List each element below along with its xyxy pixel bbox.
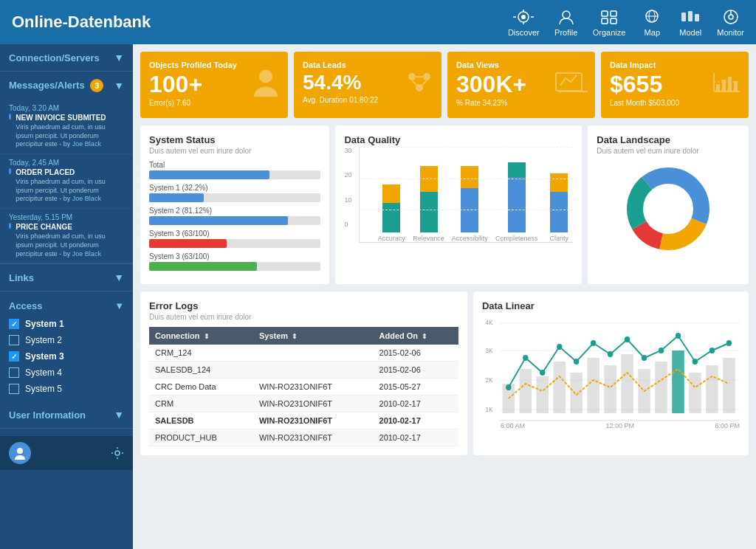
col-header-added-on[interactable]: Added On ⇕ <box>374 327 458 345</box>
sidebar: Connection/Servers ▼ Messages/Alerts 3 ▼… <box>0 44 133 549</box>
svg-rect-61 <box>672 351 684 413</box>
bar-label: Relevance <box>413 235 444 242</box>
settings-icon[interactable] <box>111 446 124 460</box>
nav-monitor[interactable]: Monitor <box>717 8 744 37</box>
kpi-data-leads: Data Leads 54.4% Avg. Duration 01:80:22 <box>294 52 441 118</box>
svg-rect-9 <box>602 18 608 24</box>
y-label: 20 <box>344 171 351 179</box>
svg-text:4K: 4K <box>485 319 492 326</box>
checkbox-system5[interactable] <box>9 384 19 394</box>
progress-label: System 2 (81.12%) <box>149 207 320 215</box>
access-item-system5[interactable]: System 5 <box>0 381 133 397</box>
cell-system <box>253 362 374 379</box>
svg-rect-37 <box>734 81 738 92</box>
checkbox-system4[interactable] <box>9 367 19 378</box>
grid-line <box>360 179 573 179</box>
main-layout: Connection/Servers ▼ Messages/Alerts 3 ▼… <box>0 44 756 549</box>
progress-bar-bg <box>149 193 320 202</box>
svg-rect-15 <box>688 11 693 21</box>
kpi-objects-profiled: Objects Profiled Today 100+ Error(s) 7.6… <box>140 52 288 118</box>
cell-system <box>253 345 374 362</box>
access-item-system3[interactable]: System 3 <box>0 348 133 365</box>
main-content: Objects Profiled Today 100+ Error(s) 7.6… <box>133 44 756 549</box>
svg-rect-16 <box>695 14 699 21</box>
svg-point-68 <box>557 344 562 350</box>
checkbox-system1[interactable] <box>9 319 19 329</box>
connection-servers-header[interactable]: Connection/Servers ▼ <box>0 44 133 71</box>
progress-label: System 1 (32.2%) <box>149 184 320 192</box>
message-title: ORDER PLACED <box>16 168 124 176</box>
nav-organize-label: Organize <box>593 28 626 37</box>
svg-point-42 <box>646 187 690 231</box>
progress-bar-bg <box>149 216 320 225</box>
cell-added-on: 2010-02-17 <box>374 429 458 446</box>
bar-chart: Accuracy Relevance <box>359 147 573 243</box>
messages-badge: 3 <box>90 79 103 92</box>
svg-point-21 <box>115 451 120 455</box>
svg-point-20 <box>17 448 23 454</box>
svg-point-72 <box>625 336 630 342</box>
cell-connection: PRODUCT_HUB <box>149 429 253 446</box>
access-item-system4[interactable]: System 4 <box>0 365 133 381</box>
svg-text:2K: 2K <box>485 376 492 384</box>
progress-s2: System 2 (81.12%) <box>149 207 320 225</box>
cell-connection: SALESDB <box>149 412 253 429</box>
progress-bar-bg <box>149 262 320 271</box>
checkbox-system2[interactable] <box>9 335 19 345</box>
nav-profile[interactable]: Profile <box>554 8 578 37</box>
nav-map[interactable]: Map <box>640 8 664 37</box>
nav-organize[interactable]: Organize <box>593 8 626 37</box>
grid-line <box>360 147 573 148</box>
progress-label: Total <box>149 161 320 169</box>
error-logs-table: Connection ⇕ System ⇕ Added On ⇕ <box>149 327 458 446</box>
avatar[interactable] <box>9 442 31 464</box>
header: Online-Datenbank Discover Profile Organi… <box>0 0 756 44</box>
bar-segment-orange <box>461 166 478 188</box>
nav-model[interactable]: Model <box>678 8 702 37</box>
sidebar-section-links: Links ▼ <box>0 264 133 291</box>
bar-label: Accessibility <box>452 235 488 242</box>
messages-alerts-header[interactable]: Messages/Alerts 3 ▼ <box>0 72 133 100</box>
y-label: 0 <box>344 221 351 228</box>
bar-group-relevance: Relevance <box>413 151 444 242</box>
links-header[interactable]: Links ▼ <box>0 264 133 291</box>
data-landscape-subtitle: Duis autem vel eum iriure dolor <box>597 147 740 155</box>
bar-segment-teal <box>508 162 526 177</box>
checkbox-system3[interactable] <box>9 351 19 362</box>
access-item-system1[interactable]: System 1 <box>0 316 133 332</box>
message-item: Today, 3.20 AM NEW INVOICE SUBMITED Viri… <box>0 100 133 154</box>
progress-bar-fill <box>149 170 269 179</box>
progress-label: System 3 (63/100) <box>149 229 320 238</box>
progress-bar-bg <box>149 239 320 248</box>
svg-point-70 <box>591 340 596 346</box>
links-chevron-icon: ▼ <box>114 272 124 283</box>
svg-point-73 <box>642 355 647 361</box>
nav-discover[interactable]: Discover <box>508 8 540 37</box>
table-row: SALESDB WIN-RO231ONIF6T 2010-02-17 <box>149 412 458 429</box>
col-header-connection[interactable]: Connection ⇕ <box>149 327 253 345</box>
sort-icon: ⇕ <box>422 333 427 340</box>
data-quality-card: Data Quality 30 20 10 0 <box>335 125 582 284</box>
svg-point-23 <box>408 73 416 80</box>
line-chart: 4K 3K 2K 1K <box>482 317 740 421</box>
bar-segment-orange <box>550 173 568 192</box>
col-header-system[interactable]: System ⇕ <box>253 327 374 345</box>
data-landscape-title: Data Landscape <box>597 134 740 145</box>
access-item-system2[interactable]: System 2 <box>0 332 133 348</box>
svg-point-66 <box>523 355 528 361</box>
sidebar-footer <box>0 436 133 470</box>
grid-line <box>360 210 573 210</box>
cell-added-on: 2010-02-17 <box>374 396 458 412</box>
svg-point-18 <box>729 15 733 19</box>
bar-segment-orange <box>382 184 400 203</box>
svg-point-76 <box>693 359 698 365</box>
svg-rect-55 <box>570 373 583 413</box>
user-info-header[interactable]: User Information ▼ <box>0 401 133 428</box>
svg-rect-64 <box>723 358 735 413</box>
access-header[interactable]: Access ▼ <box>0 296 133 316</box>
bar-group-accuracy: Accuracy <box>377 151 405 242</box>
nav-map-label: Map <box>645 28 660 37</box>
message-text: Viris phaedrum ad cum, in usu ipsum perc… <box>16 178 124 204</box>
table-row: CRM WIN-RO231ONIF6T 2010-02-17 <box>149 396 458 412</box>
donut-chart <box>597 161 740 257</box>
